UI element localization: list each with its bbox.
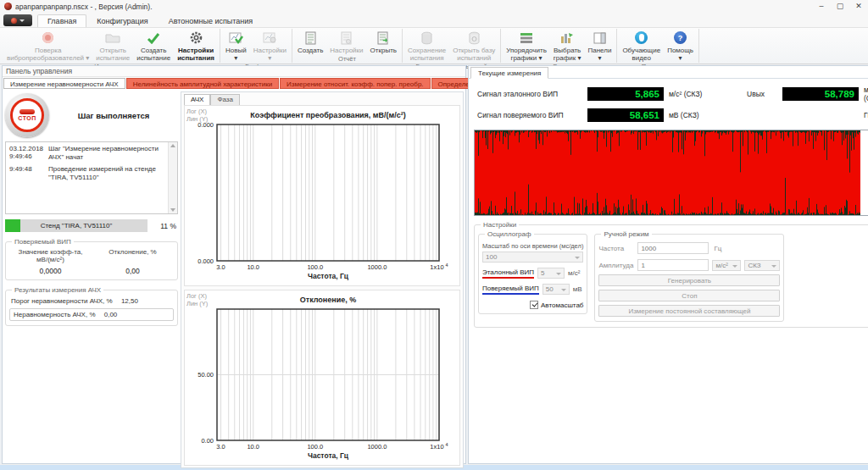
report-open-button[interactable]: Открыть [367, 29, 400, 54]
dut-range-select[interactable]: 50 [542, 284, 570, 295]
tab-amplitude-nonlinearity[interactable]: Нелинейность амплитудной характеристики [126, 78, 279, 89]
ribbon-group-graph: Новый ▾ Настройки ▾ График [220, 29, 292, 63]
deviation-chart: Отклонение, %Лог (X)Лин (Y)50.000.003.01… [184, 290, 460, 466]
tab-configuration[interactable]: Конфигурация [86, 14, 158, 27]
time-scale-label: Масштаб по оси времени (мс/дел) [482, 242, 583, 250]
dut-signal-label: Сигнал поверяемого ВИП [477, 111, 587, 119]
panels-button[interactable]: Панели ▾ [584, 29, 615, 62]
video-icon [635, 30, 648, 46]
stop-button[interactable]: СТОП [5, 93, 49, 137]
frequency-input[interactable]: 1000 [637, 242, 709, 254]
dc-measure-button[interactable]: Измерение постоянной составляющей [598, 305, 780, 317]
amplitude-unit-select[interactable]: м/с² [712, 260, 741, 271]
report-create-button[interactable]: Создать [294, 29, 326, 54]
dut-range-unit: мВ [573, 285, 582, 293]
report-settings-button[interactable]: Настройки [326, 29, 366, 54]
coeff-value: 0,0000 [9, 267, 92, 275]
training-videos-button[interactable]: Обучающие видео [619, 29, 664, 62]
app-menu-button[interactable] [3, 14, 32, 26]
svg-text:1000.0: 1000.0 [367, 263, 387, 271]
amplitude-input[interactable]: 1 [637, 259, 709, 271]
tab-current-measurements[interactable]: Текущие измерения [470, 67, 548, 79]
group-caption-report: Отчёт [294, 54, 400, 64]
svg-text:10.0: 10.0 [247, 443, 259, 451]
green-check-icon [147, 30, 160, 46]
new-graph-button[interactable]: Новый ▾ [222, 29, 250, 62]
tab-transverse-coeff[interactable]: Измерение относит. коэфф. попер. преобр. [280, 78, 430, 89]
svg-text:Коэффициент преобразования, мВ: Коэффициент преобразования, мВ/(м/с²) [250, 111, 405, 119]
save-test-button[interactable]: Сохранение испытания [404, 29, 449, 62]
uout-unit: мВ (СКЗ) [859, 86, 868, 102]
tab-home[interactable]: Главная [37, 14, 86, 27]
arrange-graphs-button[interactable]: Упорядочить графики ▾ [503, 29, 550, 62]
chevron-down-icon [19, 19, 25, 22]
select-graph-button[interactable]: Выбрать график ▾ [550, 29, 585, 62]
dut-signal-unit: мВ (СКЗ) [664, 111, 747, 119]
minimize-button[interactable]: – [812, 0, 831, 13]
app-icon [4, 3, 12, 10]
open-test-db-button[interactable]: Открыть базу испытаний [449, 29, 498, 62]
reference-range-select[interactable]: 5 [537, 268, 565, 279]
ribbon-group-report: Создать Настройки Открыть Отчёт [292, 29, 403, 63]
deviation-label: Отклонение, % [92, 248, 174, 263]
svg-text:0.000: 0.000 [198, 257, 214, 265]
step-controls-column: СТОП Шаг выполняется 03.12.2018 9:49:46 … [5, 91, 178, 468]
svg-text:1x104: 1x104 [430, 263, 448, 272]
signal-waveform [475, 130, 860, 215]
scroll-up-icon[interactable] [170, 144, 175, 147]
autoscale-checkbox[interactable] [530, 301, 538, 309]
progress-label: Стенд "TIRA, TV51110" [5, 219, 147, 232]
svg-text:Частота, Гц: Частота, Гц [308, 272, 349, 280]
unevenness-label: Неравномерность АЧХ, % [14, 311, 96, 318]
reference-signal-display: 5,865 [587, 87, 664, 101]
step-log[interactable]: 03.12.2018 9:49:46 Шаг "Измерение неравн… [5, 141, 178, 214]
settings-group: Настройки Осциллограф Масштаб по оси вре… [474, 221, 868, 328]
svg-text:50.00: 50.00 [198, 371, 214, 379]
close-button[interactable]: ✕ [849, 0, 868, 13]
measurement-readouts: Сигнал эталонного ВИП 5,865 м/с² (СКЗ) U… [469, 79, 868, 127]
help-button[interactable]: ? Помощь ▾ [664, 29, 697, 62]
open-test-button[interactable]: Открыть испытание [92, 29, 133, 62]
unevenness-value: 0,00 [104, 311, 118, 318]
stop-generation-button[interactable]: Стоп [598, 290, 780, 301]
log-entry: 03.12.2018 9:49:46 Шаг "Измерение неравн… [9, 145, 165, 162]
uout-label: Uвых [747, 90, 782, 98]
reference-signal-unit: м/с² (СКЗ) [664, 90, 747, 98]
svg-text:3.0: 3.0 [216, 443, 225, 451]
scroll-down-icon[interactable] [170, 208, 175, 212]
tab-autonomous-tests[interactable]: Автономные испытания [159, 14, 264, 27]
coeff-label: Значение коэфф-та, мВ/(м/с²) [9, 248, 92, 263]
control-panel-title: Панель управления [3, 66, 465, 77]
window-title: apanpanpanpanp.nscx - , Версия (Admin). [15, 3, 812, 11]
oscilloscope-group: Осциллограф Масштаб по оси времени (мс/д… [478, 230, 587, 314]
time-scale-select[interactable]: 100 [482, 252, 583, 263]
amplitude-mode-select[interactable]: СКЗ [744, 260, 780, 271]
ribbon-group-support: Обучающие видео ? Помощь ▾ Поддержка [617, 29, 699, 63]
reference-range-unit: м/с² [568, 269, 580, 277]
ribbon-group-database: Сохранение испытания Открыть базу испыта… [403, 29, 501, 63]
tab-afc-unevenness[interactable]: Измерение неравномерности АЧХ [3, 78, 125, 89]
dut-vip-group: Поверяемый ВИП Значение коэфф-та, мВ/(м/… [5, 238, 178, 280]
threshold-label: Порог неравномерности АЧХ, % [11, 297, 113, 305]
verify-transducers-button[interactable]: Поверка вибропреобразователей ▾ [3, 29, 92, 62]
svg-text:Лин (Y): Лин (Y) [186, 300, 209, 307]
manual-mode-group: Ручной режим Частота 1000 Гц Амплитуда 1… [594, 230, 784, 322]
deviation-value: 0,00 [92, 267, 174, 275]
frequency-input-unit: Гц [709, 245, 780, 252]
create-test-button[interactable]: Создать испытание [133, 29, 174, 62]
svg-text:Частота, Гц: Частота, Гц [308, 451, 349, 460]
svg-text:0.00: 0.00 [201, 437, 214, 445]
graph-settings-button[interactable]: Настройки ▾ [250, 29, 290, 62]
report-open-icon [377, 30, 389, 46]
charts-area: АЧХ Фаза Коэффициент преобразования, мВ/… [181, 91, 464, 468]
maximize-button[interactable]: ▢ [831, 0, 849, 13]
stacked-bars-icon [520, 30, 533, 46]
stop-bar-icon [19, 109, 35, 114]
gear-icon [189, 30, 203, 46]
test-settings-button[interactable]: Настройки испытания [174, 29, 218, 62]
log-scrollbar[interactable] [168, 142, 177, 213]
tab-phase[interactable]: Фаза [210, 94, 240, 105]
tab-afc[interactable]: АЧХ [184, 94, 210, 105]
generate-button[interactable]: Генерировать [598, 274, 780, 286]
control-panel: Панель управления Измерение неравномерно… [2, 65, 466, 464]
